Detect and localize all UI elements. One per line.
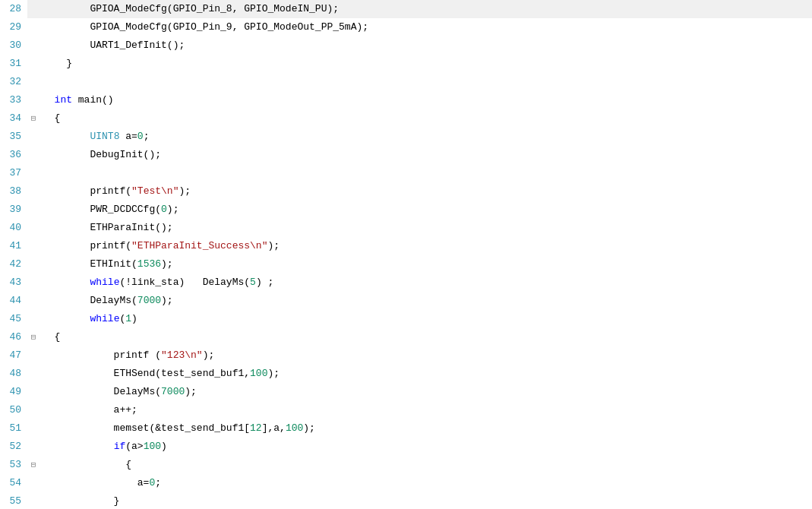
code-line: 51 memset(&test_send_buf1[12],a,100); xyxy=(0,419,812,438)
fold-gutter xyxy=(27,219,39,237)
token-plain: ); xyxy=(179,185,191,197)
fold-gutter[interactable]: ⊟ xyxy=(27,109,39,128)
line-number: 37 xyxy=(0,164,27,182)
token-plain: a= xyxy=(43,477,149,488)
token-num: 0 xyxy=(161,204,167,215)
token-plain: ) xyxy=(161,441,167,452)
token-plain: ETHInit( xyxy=(43,258,137,270)
token-plain: UART1_DefInit(); xyxy=(43,40,185,51)
code-line: 49 DelayMs(7000); xyxy=(0,383,812,401)
fold-gutter[interactable]: ⊟ xyxy=(27,456,39,474)
token-num: 12 xyxy=(250,422,262,434)
code-content: DelayMs(7000); xyxy=(39,383,197,401)
fold-gutter xyxy=(27,438,39,456)
token-num: 100 xyxy=(250,368,267,379)
token-plain: DelayMs( xyxy=(43,386,161,397)
fold-gutter xyxy=(27,0,39,18)
code-line: 34⊟ { xyxy=(0,109,812,128)
token-plain: a++; xyxy=(43,404,137,416)
token-plain: } xyxy=(43,58,72,69)
fold-gutter xyxy=(27,310,39,328)
token-plain: printf( xyxy=(43,185,131,197)
code-content: ETHParaInit(); xyxy=(39,219,173,237)
code-line: 47 printf ("123\n"); xyxy=(0,346,812,365)
code-line: 54 a=0; xyxy=(0,474,812,492)
token-num: 7000 xyxy=(137,295,161,306)
code-line: 48 ETHSend(test_send_buf1,100); xyxy=(0,365,812,383)
line-number: 28 xyxy=(0,0,27,18)
token-plain: a= xyxy=(119,131,137,142)
fold-gutter xyxy=(27,36,39,55)
token-plain: ); xyxy=(303,422,315,434)
line-number: 35 xyxy=(0,128,27,146)
token-plain: ) ; xyxy=(256,277,273,288)
code-line: 55 } xyxy=(0,492,812,509)
line-number: 47 xyxy=(0,346,27,365)
code-line: 40 ETHParaInit(); xyxy=(0,219,812,237)
line-number: 42 xyxy=(0,255,27,273)
line-number: 40 xyxy=(0,219,27,237)
fold-gutter xyxy=(27,91,39,109)
fold-gutter xyxy=(27,164,39,182)
fold-gutter[interactable]: ⊟ xyxy=(27,328,39,346)
token-kw: while xyxy=(90,313,119,324)
code-line: 37 xyxy=(0,164,812,182)
token-plain: PWR_DCDCCfg( xyxy=(43,204,161,215)
token-num: 1 xyxy=(125,313,131,324)
fold-gutter xyxy=(27,255,39,273)
token-plain: DelayMs( xyxy=(43,295,137,306)
token-plain: ); xyxy=(161,295,173,306)
token-num: 0 xyxy=(137,131,144,142)
code-content: { xyxy=(39,456,131,474)
code-content: a++; xyxy=(39,401,137,419)
token-type: UINT8 xyxy=(90,131,119,142)
token-plain: printf( xyxy=(43,240,131,251)
fold-gutter xyxy=(27,273,39,292)
code-line: 44 DelayMs(7000); xyxy=(0,292,812,310)
code-content: a=0; xyxy=(39,474,161,492)
token-plain: ); xyxy=(161,258,173,270)
token-plain: ); xyxy=(185,386,197,397)
token-plain: ; xyxy=(144,131,150,142)
token-plain: ETHParaInit(); xyxy=(43,222,173,233)
line-number: 52 xyxy=(0,438,27,456)
fold-gutter xyxy=(27,73,39,91)
line-number: 36 xyxy=(0,146,27,164)
fold-gutter xyxy=(27,401,39,419)
code-line: 45 while(1) xyxy=(0,310,812,328)
code-content: printf("Test\n"); xyxy=(39,182,191,201)
code-content: PWR_DCDCCfg(0); xyxy=(39,201,179,219)
token-plain: { xyxy=(43,331,60,343)
line-number: 43 xyxy=(0,273,27,292)
code-content: UINT8 a=0; xyxy=(39,128,149,146)
token-plain: (!link_sta) DelayMs( xyxy=(119,277,250,288)
code-line: 29 GPIOA_ModeCfg(GPIO_Pin_9, GPIO_ModeOu… xyxy=(0,18,812,36)
line-number: 30 xyxy=(0,36,27,55)
token-num: 100 xyxy=(286,422,303,434)
token-str: "123\n" xyxy=(161,349,203,361)
token-kw: while xyxy=(90,277,119,288)
token-kw: int xyxy=(55,94,72,106)
code-content: GPIOA_ModeCfg(GPIO_Pin_9, GPIO_ModeOut_P… xyxy=(39,18,368,36)
fold-gutter xyxy=(27,474,39,492)
code-line: 41 printf("ETHParaInit_Success\n"); xyxy=(0,237,812,255)
fold-gutter xyxy=(27,292,39,310)
code-content: ETHInit(1536); xyxy=(39,255,173,273)
line-number: 38 xyxy=(0,182,27,201)
token-plain: printf ( xyxy=(43,349,161,361)
token-plain: memset(&test_send_buf1[ xyxy=(43,422,250,434)
line-number: 31 xyxy=(0,55,27,73)
line-number: 54 xyxy=(0,474,27,492)
line-number: 53 xyxy=(0,456,27,474)
token-plain: ETHSend(test_send_buf1, xyxy=(43,368,250,379)
fold-gutter xyxy=(27,419,39,438)
code-content: printf("ETHParaInit_Success\n"); xyxy=(39,237,280,255)
line-number: 51 xyxy=(0,419,27,438)
code-content: int main() xyxy=(39,91,114,109)
code-line: 42 ETHInit(1536); xyxy=(0,255,812,273)
fold-gutter xyxy=(27,201,39,219)
token-kw: if xyxy=(114,441,126,452)
code-content: DebugInit(); xyxy=(39,146,161,164)
code-line: 31 } xyxy=(0,55,812,73)
fold-gutter xyxy=(27,365,39,383)
